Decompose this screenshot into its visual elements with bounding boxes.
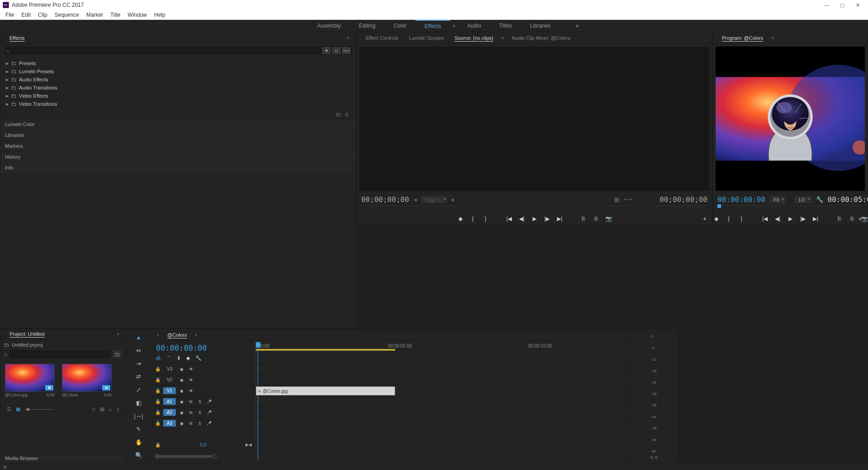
program-zoom-dropdown[interactable]: Fit — [770, 196, 785, 203]
workspace-assembly[interactable]: Assembly — [308, 20, 350, 31]
workspace-overflow-icon[interactable]: » — [576, 23, 579, 29]
tab-project[interactable]: Project: Untitled — [4, 329, 50, 339]
timeline-panel-menu-icon[interactable]: ≡ — [192, 333, 200, 337]
menu-title[interactable]: Title — [107, 12, 124, 18]
tab-program[interactable]: Program: @Colors — [717, 33, 769, 43]
menu-clip[interactable]: Clip — [34, 12, 51, 18]
meter-solo-right[interactable]: S — [655, 455, 658, 460]
effects-node-presets[interactable]: ▶🗀Presets — [4, 59, 352, 67]
effects-node-audio-transitions[interactable]: ▶🗀Audio Transitions — [4, 84, 352, 92]
source-goto-out-icon[interactable]: ▶| — [557, 216, 563, 222]
yuv-badge-icon[interactable]: YUV — [342, 47, 350, 54]
selection-tool-icon[interactable]: ▲ — [134, 333, 143, 342]
eye-icon[interactable]: 👁 — [188, 378, 194, 382]
source-mini-timeline[interactable] — [361, 206, 708, 212]
project-panel-menu-icon[interactable]: ≡ — [114, 332, 122, 336]
source-tc-left[interactable]: 00;00;00;00 — [361, 195, 409, 204]
effects-node-audio-effects[interactable]: ▶🗀Audio Effects — [4, 75, 352, 84]
voiceover-icon[interactable]: 🎤 — [206, 400, 212, 404]
lock-icon[interactable]: 🔒 — [155, 377, 160, 382]
toggle-output-icon[interactable]: ◉ — [179, 378, 185, 382]
workspace-editing[interactable]: Editing — [350, 20, 385, 31]
zoom-tool-icon[interactable]: 🔍 — [134, 451, 143, 460]
workspace-menu-icon[interactable]: ≡ — [450, 24, 458, 28]
zoom-handle-right[interactable] — [212, 454, 217, 459]
effects-panel-menu-icon[interactable]: ≡ — [344, 36, 352, 40]
source-goto-in-icon[interactable]: |◀ — [506, 216, 512, 222]
program-monitor-viewer[interactable] — [716, 47, 865, 191]
project-search-input[interactable] — [10, 350, 110, 358]
mute-icon[interactable]: M — [188, 400, 194, 404]
minimize-button[interactable]: — — [819, 2, 835, 8]
pen-tool-icon[interactable]: ✎ — [134, 424, 143, 433]
program-add-button-icon[interactable]: + — [859, 215, 862, 222]
lock-icon[interactable]: 🔒 — [155, 442, 160, 447]
tab-lumetri-scopes[interactable]: Lumetri Scopes — [404, 33, 449, 43]
program-marker-icon[interactable]: ◆ — [713, 216, 719, 222]
effects-node-video-effects[interactable]: ▶🗀Video Effects — [4, 92, 352, 100]
solo-icon[interactable]: S — [197, 421, 203, 426]
timeline-zoom-scrollbar[interactable] — [156, 452, 626, 461]
sort-icon[interactable]: ◇ — [92, 406, 95, 412]
track-a2[interactable]: 🔒A2◉MS🎤 — [151, 407, 255, 418]
solo-icon[interactable]: S — [197, 410, 203, 415]
program-panel-menu-icon[interactable]: ≡ — [769, 36, 776, 40]
lane-a2[interactable] — [256, 407, 630, 418]
lane-a1[interactable] — [256, 396, 630, 407]
workspace-audio[interactable]: Audio — [458, 20, 490, 31]
linked-selection-icon[interactable]: ⌒ — [166, 355, 171, 362]
project-item-1[interactable]: ▤ @Colors5:00 — [62, 364, 112, 397]
program-in-icon[interactable]: { — [726, 216, 732, 222]
hand-tool-icon[interactable]: ✋ — [134, 437, 143, 446]
solo-icon[interactable]: S — [197, 400, 203, 404]
voiceover-icon[interactable]: 🎤 — [206, 410, 212, 415]
add-marker-icon[interactable]: ⬇ — [177, 355, 181, 362]
lock-icon[interactable]: 🔒 — [155, 367, 160, 371]
timeline-close-icon[interactable]: × — [157, 333, 162, 337]
toggle-output-icon[interactable]: ◉ — [179, 389, 185, 393]
lock-icon[interactable]: 🔒 — [155, 410, 160, 415]
track-v1[interactable]: 🔒V1◉👁 — [151, 385, 255, 396]
source-out-icon[interactable]: } — [482, 216, 489, 222]
find-icon[interactable]: ⌕ — [109, 407, 112, 412]
effects-search-input[interactable] — [13, 47, 321, 55]
program-step-back-icon[interactable]: ◀| — [774, 216, 781, 222]
lock-icon[interactable]: 🔒 — [155, 399, 160, 404]
tab-media-browser[interactable]: Media Browser — [0, 453, 126, 463]
delete-icon[interactable]: 🗑 — [344, 112, 349, 117]
new-item-icon[interactable]: ▯ — [117, 406, 119, 412]
program-goto-out-icon[interactable]: ▶| — [812, 216, 819, 222]
track-a1[interactable]: 🔒A1◉MS🎤 — [151, 396, 255, 407]
program-wrench-icon[interactable]: 🔧 — [816, 196, 823, 203]
track-v2[interactable]: 🔒V2◉👁 — [151, 374, 255, 385]
program-tc-left[interactable]: 00:00:00:00 — [717, 195, 765, 204]
menu-window[interactable]: Window — [124, 12, 151, 18]
program-step-fwd-icon[interactable]: |▶ — [800, 216, 806, 222]
program-export-frame-icon[interactable]: 📷 — [861, 216, 868, 222]
panel-lumetri-color[interactable]: Lumetri Color — [0, 119, 356, 130]
razor-tool-icon[interactable]: ◧ — [134, 398, 143, 407]
mute-icon[interactable]: M — [188, 410, 194, 415]
source-insert-icon[interactable]: ⎘ — [580, 216, 586, 222]
collapse-icon[interactable]: ▶◀ — [245, 442, 252, 447]
source-settings-icon[interactable]: ⟷ — [624, 196, 632, 203]
toggle-output-icon[interactable]: ◉ — [179, 410, 185, 415]
panel-info[interactable]: Info — [0, 162, 356, 173]
source-panel-menu-icon[interactable]: ≡ — [499, 36, 506, 40]
menu-sequence[interactable]: Sequence — [51, 12, 83, 18]
menu-file[interactable]: File — [2, 12, 18, 18]
master-volume[interactable]: 0,0 — [164, 442, 242, 447]
tab-source[interactable]: Source: (no clips) — [449, 33, 499, 43]
workspace-color[interactable]: Color — [384, 20, 415, 31]
track-a3[interactable]: 🔒A3◉MS🎤 — [151, 418, 255, 428]
program-mini-timeline[interactable] — [717, 206, 863, 212]
menu-help[interactable]: Help — [151, 12, 169, 18]
toggle-output-icon[interactable]: ◉ — [179, 421, 185, 426]
eye-icon[interactable]: 👁 — [188, 367, 194, 371]
ripple-edit-tool-icon[interactable]: ⇥ — [134, 359, 143, 368]
work-area-bar[interactable] — [256, 349, 395, 351]
program-mini-playhead[interactable] — [717, 204, 721, 208]
project-find-button-icon[interactable]: 🗀 — [113, 350, 122, 358]
accelerated-badge-icon[interactable]: ▣ — [322, 47, 330, 54]
maximize-button[interactable]: ▢ — [835, 2, 850, 8]
